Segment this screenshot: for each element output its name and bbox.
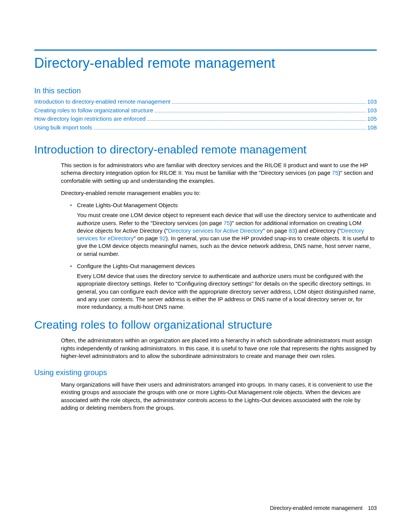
- toc-label: Introduction to directory-enabled remote…: [34, 97, 170, 106]
- top-rule: [34, 50, 377, 51]
- list-item-paragraph: Every LOM device that uses the directory…: [77, 272, 377, 311]
- list-item-paragraph: You must create one LOM device object to…: [77, 211, 377, 258]
- footer-page-number: 103: [368, 505, 377, 511]
- list-item-title: Create Lights-Out Management Objects: [77, 201, 377, 209]
- toc-label: Creating roles to follow organizational …: [34, 106, 153, 115]
- toc-leader: [94, 125, 366, 129]
- toc-leader: [155, 107, 366, 112]
- roles-body: Often, the administrators within an orga…: [61, 337, 377, 360]
- paragraph: Many organizations will have their users…: [61, 381, 377, 412]
- toc-page: 103: [367, 97, 377, 106]
- text: This section is for administrators who a…: [61, 162, 368, 176]
- toc-label: Using bulk import tools: [34, 123, 92, 132]
- toc-leader: [147, 116, 366, 121]
- bullet-list: Create Lights-Out Management Objects You…: [61, 201, 377, 311]
- toc-row[interactable]: Introduction to directory-enabled remote…: [34, 97, 377, 106]
- toc: Introduction to directory-enabled remote…: [34, 97, 377, 132]
- page: Directory-enabled remote management In t…: [0, 0, 411, 532]
- in-this-section-heading: In this section: [34, 86, 377, 95]
- toc-leader: [172, 99, 366, 104]
- subsection-heading-existing-groups: Using existing groups: [34, 368, 377, 377]
- paragraph: Directory-enabled remote management enab…: [61, 189, 377, 197]
- toc-row[interactable]: Using bulk import tools 108: [34, 123, 377, 132]
- list-item: Configure the Lights-Out management devi…: [70, 262, 377, 311]
- footer-text: Directory-enabled remote management: [270, 505, 363, 511]
- page-ref-link[interactable]: 75: [224, 220, 230, 226]
- toc-page: 108: [367, 123, 377, 132]
- list-item: Create Lights-Out Management Objects You…: [70, 201, 377, 258]
- paragraph: Often, the administrators within an orga…: [61, 337, 377, 360]
- existing-groups-body: Many organizations will have their users…: [61, 381, 377, 412]
- intro-body: This section is for administrators who a…: [61, 161, 377, 311]
- toc-page: 105: [367, 115, 377, 123]
- cross-ref-link[interactable]: Directory services for Active Directory: [168, 227, 263, 234]
- page-ref-link[interactable]: 75: [332, 169, 338, 176]
- text: ) and eDirectory (": [295, 227, 341, 234]
- page-title: Directory-enabled remote management: [34, 55, 377, 71]
- page-ref-link[interactable]: 83: [289, 227, 295, 234]
- toc-page: 103: [367, 106, 377, 115]
- section-heading-intro: Introduction to directory-enabled remote…: [34, 143, 377, 156]
- toc-row[interactable]: Creating roles to follow organizational …: [34, 106, 377, 115]
- text: " on page: [263, 227, 289, 234]
- page-footer: Directory-enabled remote management 103: [270, 505, 377, 511]
- paragraph: This section is for administrators who a…: [61, 161, 377, 185]
- page-ref-link[interactable]: 92: [159, 235, 166, 241]
- section-heading-roles: Creating roles to follow organizational …: [34, 318, 377, 331]
- list-item-title: Configure the Lights-Out management devi…: [77, 262, 377, 270]
- toc-row[interactable]: How directory login restrictions are enf…: [34, 115, 377, 123]
- toc-label: How directory login restrictions are enf…: [34, 115, 146, 123]
- text: " on page: [134, 235, 159, 241]
